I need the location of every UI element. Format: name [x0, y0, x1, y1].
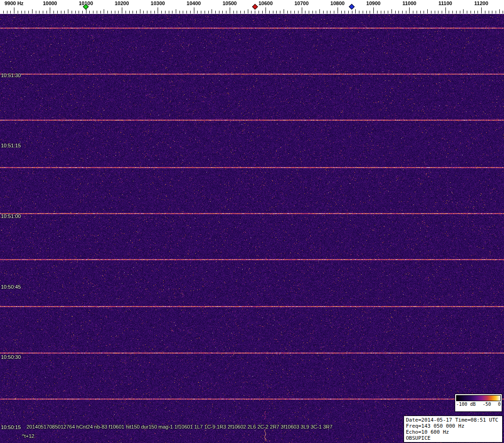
db-min-label: -100 dB [456, 402, 476, 407]
freq-tick-label: 10900 [366, 0, 381, 6]
time-tick-label: 10:51:30 [1, 73, 21, 78]
db-scale-labels: -100 dB -50 0 [456, 402, 501, 407]
event-log-text: 20140517085012764 hCnt24 nb-83 f10601 hi… [27, 424, 332, 430]
blue-marker-diamond-icon[interactable] [349, 4, 355, 10]
freq-tick-label: 10000 [43, 0, 57, 6]
db-mid-label: -50 [483, 402, 491, 407]
freq-tick-label: 10500 [223, 0, 237, 6]
time-tick-label: 10:50:30 [1, 354, 21, 360]
freq-tick-label: 10700 [294, 0, 309, 6]
time-tick-label: 10:51:00 [1, 213, 21, 219]
freq-tick-label: 10400 [186, 0, 201, 6]
frequency-ruler[interactable]: 9900 Hz100001010010200103001040010500106… [0, 0, 504, 14]
time-tick-label: 10:51:15 [1, 143, 21, 148]
time-tick-label: 10:50:45 [1, 284, 21, 290]
status-info-box: Date=2014-05-17 Time=08:51 UTC Freq=143 … [404, 416, 503, 443]
date-time-line: Date=2014-05-17 Time=08:51 UTC [406, 417, 500, 423]
freq-tick-label: 10800 [331, 0, 345, 6]
spectrogram-app: 9900 Hz100001010010200103001040010500106… [0, 0, 504, 443]
cursor-readout-text: ^t+12 [22, 433, 34, 439]
db-max-label: 0 [498, 402, 501, 407]
freq-tick-label: 10300 [151, 0, 165, 6]
receiver-freq-line: Freq=143 050 000 Hz [406, 423, 500, 429]
time-tick-label: 10:50:15 [1, 424, 21, 430]
freq-tick-label: 10600 [259, 0, 273, 6]
station-name-line: OBSUPICE [406, 435, 500, 441]
spectrogram-waterfall[interactable] [0, 0, 504, 443]
freq-tick-label: 11000 [402, 0, 416, 6]
echo-freq-line: Echo=10 600 Hz [406, 429, 500, 435]
freq-tick-label: 9900 Hz [5, 0, 24, 6]
db-gradient-bar [456, 395, 501, 401]
red-marker-diamond-icon[interactable] [252, 4, 258, 10]
db-color-scale: -100 dB -50 0 [455, 394, 502, 412]
freq-tick-label: 11100 [438, 0, 452, 6]
freq-tick-label: 10200 [115, 0, 129, 6]
freq-tick-label: 11200 [474, 0, 488, 6]
